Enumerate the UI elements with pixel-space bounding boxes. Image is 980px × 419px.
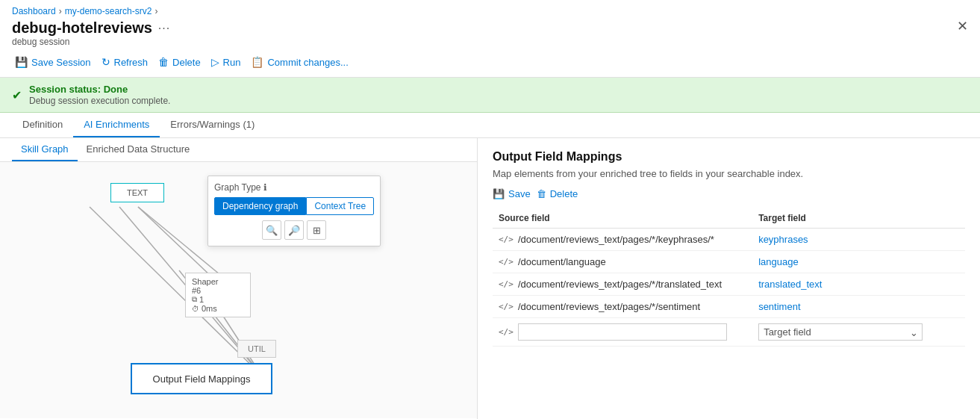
status-icon: ✔ — [12, 88, 22, 102]
zoom-out-button[interactable]: 🔎 — [284, 220, 304, 240]
breadcrumb-service[interactable]: my-demo-search-srv2 — [65, 6, 152, 16]
toolbar: 💾 Save Session ↻ Refresh 🗑 Delete ▷ Run … — [0, 52, 980, 78]
subtab-enriched-data[interactable]: Enriched Data Structure — [78, 138, 199, 161]
breadcrumb-dashboard[interactable]: Dashboard — [12, 6, 56, 16]
source-value-1: /document/language — [518, 256, 606, 267]
tab-errors-warnings[interactable]: Errors/Warnings (1) — [160, 113, 265, 137]
node-shaper[interactable]: Shaper #6 ⧉ 1 ⏱ 0ms — [185, 273, 251, 317]
delete-button[interactable]: 🗑 Delete — [155, 53, 208, 71]
panel-delete-icon: 🗑 — [537, 188, 546, 199]
save-icon: 💾 — [15, 56, 28, 68]
commit-icon: 📋 — [251, 56, 263, 68]
run-icon: ▷ — [211, 56, 219, 68]
graph-type-buttons: Dependency graph Context Tree — [214, 197, 374, 215]
status-title: Session status: Done — [29, 84, 170, 95]
info-icon: ℹ — [263, 182, 267, 193]
page-title: debug-hotelreviews — [12, 19, 152, 37]
delete-icon: 🗑 — [158, 56, 169, 68]
svg-line-1 — [138, 207, 213, 278]
save-session-button[interactable]: 💾 Save Session — [12, 53, 99, 71]
main-tabs: Definition AI Enrichments Errors/Warning… — [0, 113, 980, 138]
panel-save-icon: 💾 — [493, 188, 505, 199]
target-value-3: sentiment — [752, 296, 965, 318]
target-value-2: translated_text — [752, 273, 965, 296]
dependency-graph-button[interactable]: Dependency graph — [214, 197, 306, 215]
graph-subtabs: Skill Graph Enriched Data Structure — [0, 138, 477, 162]
shaper-count-icon: ⧉ — [192, 295, 197, 304]
graph-toolbar: 🔍 🔎 ⊞ — [214, 220, 374, 240]
refresh-label: Refresh — [114, 57, 149, 68]
refresh-icon: ↻ — [102, 56, 110, 68]
source-value-3: /document/reviews_text/pages/*/sentiment — [518, 301, 700, 312]
tab-definition[interactable]: Definition — [12, 113, 73, 137]
code-icon-3: </> — [499, 302, 514, 311]
subtab-skill-graph[interactable]: Skill Graph — [12, 138, 78, 161]
breadcrumb-sep1: › — [59, 6, 62, 16]
close-button[interactable]: ✕ — [957, 18, 968, 34]
new-mapping-row: </> Target field ⌄ — [493, 318, 965, 347]
source-value-2: /document/reviews_text/pages/*/translate… — [518, 279, 722, 290]
clock-icon: ⏱ — [192, 305, 199, 313]
panel-delete-button[interactable]: 🗑 Delete — [537, 188, 578, 199]
graph-area: TEXT Shaper #6 ⧉ 1 ⏱ 0ms UTIL — [0, 162, 477, 418]
delete-label: Delete — [172, 57, 201, 68]
panel-save-button[interactable]: 💾 Save — [493, 188, 531, 199]
code-icon-new: </> — [499, 327, 514, 337]
more-options-icon[interactable]: ··· — [158, 22, 170, 35]
table-row: </> /document/language language — [493, 251, 965, 273]
target-value-0: keyphrases — [752, 229, 965, 251]
output-panel-title: Output Field Mappings — [493, 150, 965, 164]
col-target: Target field — [752, 208, 965, 229]
tab-ai-enrichments[interactable]: AI Enrichments — [73, 113, 160, 137]
source-value-0: /document/reviews_text/pages/*/keyphrase… — [518, 234, 714, 245]
refresh-button[interactable]: ↻ Refresh — [99, 53, 156, 71]
mapping-table: Source field Target field </> /document/… — [493, 208, 965, 347]
status-description: Debug session execution complete. — [29, 96, 170, 106]
output-panel-description: Map elements from your enriched tree to … — [493, 168, 965, 179]
run-label: Run — [223, 57, 241, 68]
target-value-1: language — [752, 251, 965, 273]
shaper-num: #6 — [192, 286, 244, 295]
graph-type-popup: Graph Type ℹ Dependency graph Context Tr… — [207, 176, 381, 246]
code-icon-2: </> — [499, 279, 514, 289]
table-row: </> /document/reviews_text/pages/*/trans… — [493, 273, 965, 296]
code-icon-0: </> — [499, 235, 514, 244]
node-output-field-mappings[interactable]: Output Field Mappings — [131, 363, 272, 394]
node-util[interactable]: UTIL — [237, 340, 276, 358]
save-label: Save Session — [31, 57, 91, 68]
commit-changes-button[interactable]: 📋 Commit changes... — [248, 53, 355, 71]
page-subtitle: debug session — [0, 37, 980, 52]
panel-toolbar: 💾 Save 🗑 Delete — [493, 188, 965, 199]
main-content: Skill Graph Enriched Data Structure — [0, 138, 980, 419]
graph-type-label: Graph Type ℹ — [214, 182, 374, 193]
zoom-in-button[interactable]: 🔍 — [262, 220, 281, 240]
table-row: </> /document/reviews_text/pages/*/senti… — [493, 296, 965, 318]
context-tree-button[interactable]: Context Tree — [306, 197, 374, 215]
graph-panel: Skill Graph Enriched Data Structure — [0, 138, 478, 419]
table-row: </> /document/reviews_text/pages/*/keyph… — [493, 229, 965, 251]
fit-view-button[interactable]: ⊞ — [307, 220, 326, 240]
shaper-label: Shaper — [192, 277, 244, 286]
code-icon-1: </> — [499, 257, 514, 267]
breadcrumb: Dashboard › my-demo-search-srv2 › — [0, 0, 980, 18]
node-text[interactable]: TEXT — [110, 183, 164, 202]
shaper-count: ⧉ 1 — [192, 295, 244, 304]
run-button[interactable]: ▷ Run — [208, 53, 249, 71]
status-bar: ✔ Session status: Done Debug session exe… — [0, 78, 980, 113]
source-field-input[interactable] — [518, 323, 727, 341]
shaper-time: ⏱ 0ms — [192, 304, 244, 313]
commit-label: Commit changes... — [267, 57, 348, 68]
output-panel: Output Field Mappings Map elements from … — [478, 138, 980, 419]
col-source: Source field — [493, 208, 752, 229]
target-field-select[interactable]: Target field — [758, 323, 923, 341]
breadcrumb-sep2: › — [155, 6, 157, 16]
